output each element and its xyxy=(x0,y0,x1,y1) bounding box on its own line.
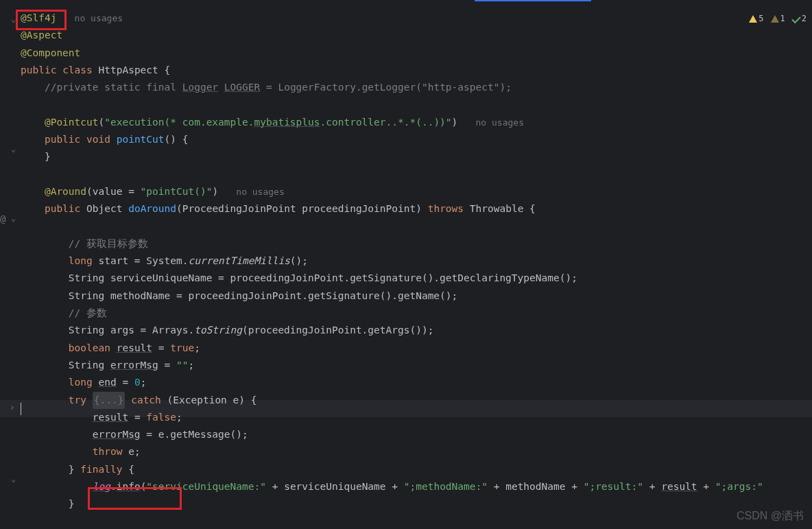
code: ; xyxy=(176,412,182,423)
comment: //private static final Logger LOGGER = L… xyxy=(45,82,512,93)
keyword: public xyxy=(21,64,56,75)
code: = xyxy=(117,377,134,388)
var: errorMsg xyxy=(93,429,141,440)
brace: } xyxy=(69,464,80,475)
fold-chevron-icon[interactable]: ⌄ xyxy=(11,213,16,223)
code-line: String methodName = proceedingJoinPoint.… xyxy=(69,290,457,301)
warning-weak-badge[interactable]: 1 xyxy=(771,14,785,23)
class-name: HttpAspect xyxy=(99,64,158,75)
fold-chevron-icon[interactable]: ⌄ xyxy=(11,144,16,154)
code: = xyxy=(152,342,170,353)
code: = e.getMessage(); xyxy=(141,429,248,440)
field-ref: log xyxy=(93,481,110,492)
paren: ( xyxy=(99,117,105,128)
static-method: toString xyxy=(194,325,242,336)
var: errorMsg xyxy=(110,360,158,371)
keyword: throw xyxy=(93,446,123,457)
warning-strong-badge[interactable]: 5 xyxy=(749,14,763,23)
code: = xyxy=(158,360,176,371)
keyword: long xyxy=(69,255,93,266)
var: result xyxy=(661,481,697,492)
method-name: doAround xyxy=(128,203,176,214)
code: (); xyxy=(290,255,308,266)
string: ";methodName:" xyxy=(404,481,488,492)
code: (Exception e) { xyxy=(167,395,257,405)
string: mybatisplus xyxy=(254,117,320,128)
fold-chevron-icon[interactable]: ⌄ xyxy=(11,474,16,484)
annotation-aspect: @Aspect xyxy=(21,30,62,40)
warning-icon xyxy=(749,15,757,23)
paren: ) xyxy=(452,117,458,128)
check-icon xyxy=(791,14,800,23)
code: String xyxy=(69,360,110,371)
usage-hint[interactable]: no usages xyxy=(476,117,524,128)
type: Object xyxy=(86,203,122,214)
topbar xyxy=(0,0,812,3)
code: (proceedingJoinPoint.getArgs()); xyxy=(242,325,433,336)
fold-placeholder[interactable]: {...} xyxy=(93,392,126,409)
code: start = System. xyxy=(93,255,189,266)
keyword: public xyxy=(45,203,80,214)
keyword: void xyxy=(86,134,110,145)
ok-badge[interactable]: 2 xyxy=(792,14,807,23)
annotate-at-icon[interactable]: @ xyxy=(0,213,5,224)
static-method: currentTimeMillis xyxy=(188,255,289,266)
code: = xyxy=(128,412,146,423)
warning-weak-count: 1 xyxy=(780,14,785,23)
string: ";args:" xyxy=(715,481,763,492)
paren: ) xyxy=(212,186,218,197)
annotation-slf4j: @Slf4j xyxy=(21,12,56,23)
keyword: class xyxy=(62,64,93,75)
params: (ProceedingJoinPoint proceedingJoinPoint… xyxy=(176,203,428,214)
keyword: catch xyxy=(125,395,167,405)
annotation-component: @Component xyxy=(21,47,80,58)
ok-count: 2 xyxy=(802,14,807,23)
code: + xyxy=(697,481,715,492)
throws: Throwable { xyxy=(464,203,536,214)
string: "pointCut()" xyxy=(141,186,213,197)
code: String args = Arrays. xyxy=(69,325,194,336)
var: result xyxy=(93,412,128,423)
watermark: CSDN @洒书 xyxy=(737,509,804,524)
comment: // 参数 xyxy=(69,307,107,318)
keyword: public xyxy=(45,134,80,145)
keyword: true xyxy=(170,342,194,353)
code: e; xyxy=(122,446,140,457)
weak-warning-icon xyxy=(771,15,779,23)
fold-chevron-icon[interactable]: ⌄ xyxy=(11,14,16,24)
warning-strong-count: 5 xyxy=(759,14,763,23)
brace: } xyxy=(45,151,51,162)
code-area[interactable]: @Slf4j no usages @Aspect @Component publ… xyxy=(21,10,763,513)
string: "" xyxy=(176,360,188,371)
var: result xyxy=(117,342,152,353)
method-name: pointCut xyxy=(117,134,165,145)
string: .controller..*.*(..))" xyxy=(320,117,452,128)
usage-hint[interactable]: no usages xyxy=(236,187,284,197)
string: "serviceUniqueName:" xyxy=(146,481,266,492)
keyword: try xyxy=(69,395,86,405)
string: ";result:" xyxy=(584,481,643,492)
code-editor[interactable]: ⌄ ⌄ @ ⌄ › ⌄ @Slf4j no usages @Aspect @Co… xyxy=(0,10,812,529)
method-call: info xyxy=(117,481,141,492)
paren: () { xyxy=(165,134,189,145)
comment: // 获取目标参数 xyxy=(69,238,148,249)
brace: { xyxy=(158,64,170,75)
code-line: String serviceUniqueName = proceedingJoi… xyxy=(69,272,577,283)
gutter[interactable]: ⌄ ⌄ @ ⌄ › ⌄ xyxy=(0,10,21,529)
expand-chevron-icon[interactable]: › xyxy=(10,402,15,412)
attr: value = xyxy=(93,186,141,197)
brace: } xyxy=(69,498,75,509)
code: ; xyxy=(141,377,147,388)
top-indicator xyxy=(475,0,591,1)
inspection-status-bar[interactable]: 5 1 2 xyxy=(749,14,807,23)
keyword: throws xyxy=(428,203,464,214)
code: + methodName + xyxy=(488,481,584,492)
string: "execution(* com.example. xyxy=(104,117,254,128)
usage-hint[interactable]: no usages xyxy=(75,13,123,23)
keyword: false xyxy=(146,412,176,423)
code: ; xyxy=(194,342,200,353)
keyword: finally xyxy=(80,464,122,475)
dot: . xyxy=(110,481,117,492)
brace: { xyxy=(122,464,134,475)
code: + serviceUniqueName + xyxy=(266,481,404,492)
